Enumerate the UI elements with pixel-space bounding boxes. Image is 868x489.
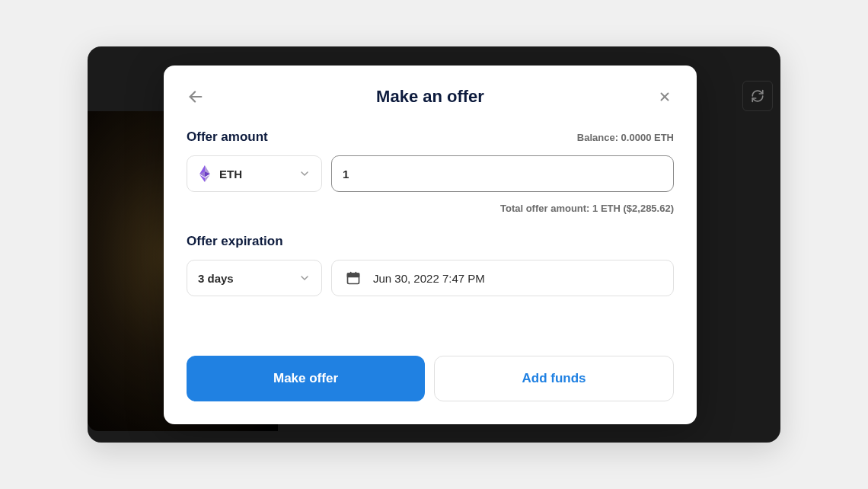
expiration-label: Offer expiration [187, 234, 283, 249]
ethereum-icon [198, 165, 212, 183]
modal-title: Make an offer [205, 87, 656, 107]
modal-actions: Make offer Add funds [187, 356, 674, 401]
currency-select[interactable]: ETH [187, 155, 322, 192]
currency-label: ETH [219, 168, 291, 181]
calendar-icon [346, 270, 361, 286]
back-button[interactable] [187, 88, 205, 106]
amount-input[interactable] [343, 168, 662, 181]
expiration-date-value: Jun 30, 2022 7:47 PM [373, 272, 485, 285]
expiration-header: Offer expiration [187, 234, 674, 249]
expiration-duration-value: 3 days [198, 272, 291, 285]
expiration-duration-select[interactable]: 3 days [187, 260, 322, 296]
chevron-down-icon [298, 272, 311, 284]
add-funds-button[interactable]: Add funds [434, 356, 674, 401]
close-icon [658, 90, 672, 104]
chevron-down-icon [298, 168, 311, 180]
arrow-left-icon [187, 88, 204, 105]
make-offer-modal: Make an offer Offer amount Balance: 0.00… [164, 66, 697, 424]
modal-header: Make an offer [187, 87, 674, 107]
offer-amount-label: Offer amount [187, 129, 268, 145]
svg-rect-10 [348, 273, 359, 276]
close-button[interactable] [656, 88, 674, 106]
amount-input-wrap [331, 155, 674, 192]
make-offer-button[interactable]: Make offer [187, 356, 425, 401]
expiration-date-picker[interactable]: Jun 30, 2022 7:47 PM [331, 260, 674, 296]
balance-display: Balance: 0.0000 ETH [577, 132, 674, 143]
offer-amount-header: Offer amount Balance: 0.0000 ETH [187, 129, 674, 145]
total-offer-summary: Total offer amount: 1 ETH ($2,285.62) [187, 203, 674, 214]
app-window: Make an offer Offer amount Balance: 0.00… [88, 46, 780, 443]
